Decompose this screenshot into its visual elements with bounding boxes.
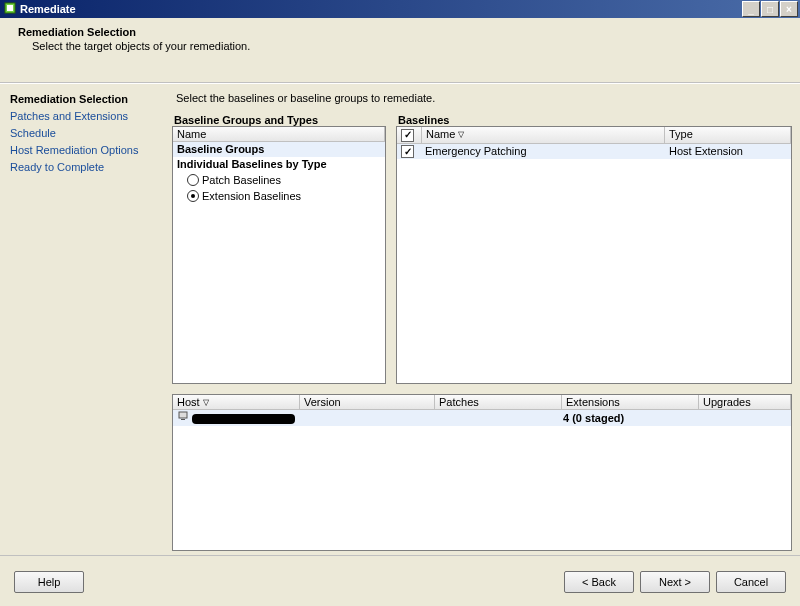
cancel-button[interactable]: Cancel xyxy=(716,571,786,593)
column-extensions[interactable]: Extensions xyxy=(562,395,699,410)
radio-label: Patch Baselines xyxy=(202,172,281,188)
instruction-text: Select the baselines or baseline groups … xyxy=(176,92,792,104)
host-row[interactable]: 4 (0 staged) xyxy=(173,410,791,426)
app-icon xyxy=(4,2,16,16)
baselines-title: Baselines xyxy=(396,114,792,126)
individual-baselines-label: Individual Baselines by Type xyxy=(173,157,331,172)
baseline-groups-label: Baseline Groups xyxy=(173,142,268,157)
host-patches xyxy=(433,410,559,426)
baseline-groups-panel: Baseline Groups and Types Name Baseline … xyxy=(172,114,386,384)
page-title: Remediation Selection xyxy=(18,26,788,38)
radio-icon xyxy=(187,174,199,186)
radio-extension-baselines[interactable]: Extension Baselines xyxy=(173,188,385,204)
maximize-button[interactable]: □ xyxy=(761,1,779,17)
step-remediation-selection[interactable]: Remediation Selection xyxy=(10,92,160,107)
header-checkbox-icon: ✓ xyxy=(401,129,414,142)
radio-label: Extension Baselines xyxy=(202,188,301,204)
back-button[interactable]: < Back xyxy=(564,571,634,593)
wizard-header: Remediation Selection Select the target … xyxy=(0,18,800,83)
host-version xyxy=(299,410,433,426)
window-title: Remediate xyxy=(20,3,76,15)
baseline-row[interactable]: ✓ Emergency Patching Host Extension xyxy=(397,144,791,159)
baseline-type: Host Extension xyxy=(665,144,791,159)
help-button[interactable]: Help xyxy=(14,571,84,593)
column-host[interactable]: Host ▽ xyxy=(173,395,300,410)
wizard-main: Select the baselines or baseline groups … xyxy=(164,83,800,555)
baseline-groups-title: Baseline Groups and Types xyxy=(172,114,386,126)
column-patches[interactable]: Patches xyxy=(435,395,562,410)
host-upgrades xyxy=(695,410,791,426)
minimize-button[interactable]: _ xyxy=(742,1,760,17)
step-schedule[interactable]: Schedule xyxy=(10,126,160,141)
wizard-steps: Remediation Selection Patches and Extens… xyxy=(0,83,164,555)
step-patches-extensions[interactable]: Patches and Extensions xyxy=(10,109,160,124)
row-checkbox-icon[interactable]: ✓ xyxy=(401,145,414,158)
column-type[interactable]: Type xyxy=(665,127,791,144)
column-checkbox[interactable]: ✓ xyxy=(397,127,422,144)
column-upgrades[interactable]: Upgrades xyxy=(699,395,791,410)
column-version[interactable]: Version xyxy=(300,395,435,410)
titlebar: Remediate _ □ × xyxy=(0,0,800,18)
baselines-panel: Baselines ✓ Name ▽ Type ✓ Emergency Patc… xyxy=(396,114,792,384)
step-host-remediation-options[interactable]: Host Remediation Options xyxy=(10,143,160,158)
column-name[interactable]: Name xyxy=(173,127,385,142)
next-button[interactable]: Next > xyxy=(640,571,710,593)
svg-rect-1 xyxy=(7,5,13,11)
page-subtitle: Select the target objects of your remedi… xyxy=(18,40,788,52)
wizard-footer: Help < Back Next > Cancel xyxy=(0,555,800,606)
close-button[interactable]: × xyxy=(780,1,798,17)
svg-rect-3 xyxy=(181,419,185,420)
host-name-redacted xyxy=(192,414,295,424)
column-name[interactable]: Name ▽ xyxy=(422,127,665,144)
svg-rect-2 xyxy=(179,412,187,418)
hosts-grid: Host ▽ Version Patches Extensions Upgrad… xyxy=(172,394,792,551)
radio-icon xyxy=(187,190,199,202)
host-extensions: 4 (0 staged) xyxy=(559,410,695,426)
radio-patch-baselines[interactable]: Patch Baselines xyxy=(173,172,385,188)
baseline-name: Emergency Patching xyxy=(421,144,665,159)
host-icon xyxy=(177,410,189,426)
step-ready-to-complete[interactable]: Ready to Complete xyxy=(10,160,160,175)
